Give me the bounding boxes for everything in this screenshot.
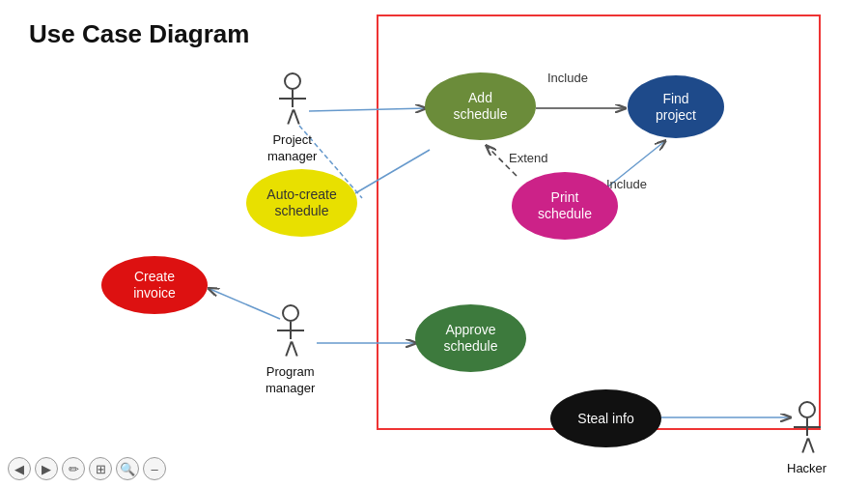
main-container: { "title": "Use Case Diagram", "ellipses… [0,0,868,488]
add-schedule-ellipse[interactable]: Addschedule [425,72,536,140]
zoom-in-button[interactable]: 🔍 [116,457,139,480]
project-manager-actor: Projectmanager [267,72,317,165]
print-schedule-ellipse[interactable]: Printschedule [512,172,618,240]
forward-button[interactable]: ▶ [35,457,58,480]
program-manager-actor: Programmanager [266,304,315,397]
steal-info-ellipse[interactable]: Steal info [550,389,661,447]
copy-button[interactable]: ⊞ [89,457,112,480]
auto-create-ellipse[interactable]: Auto-createschedule [246,169,357,237]
hacker-actor: Hacker [787,401,826,477]
back-button[interactable]: ◀ [8,457,31,480]
find-project-ellipse[interactable]: Findproject [628,75,724,138]
page-title: Use Case Diagram [29,19,249,49]
toolbar: ◀ ▶ ✏ ⊞ 🔍 – [8,457,166,480]
create-invoice-ellipse[interactable]: Createinvoice [101,256,208,314]
zoom-out-button[interactable]: – [143,457,166,480]
approve-schedule-ellipse[interactable]: Approveschedule [415,304,526,372]
edit-button[interactable]: ✏ [62,457,85,480]
